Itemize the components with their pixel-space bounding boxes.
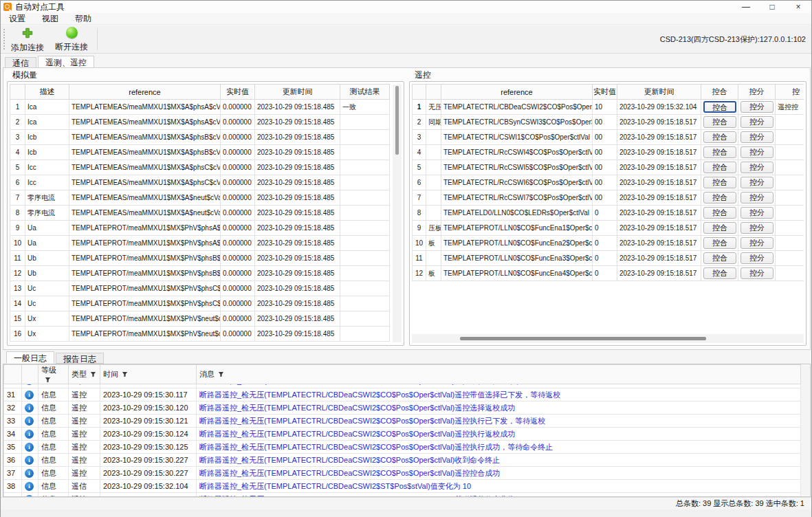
control-col-desc[interactable] xyxy=(426,85,441,100)
control-row[interactable]: 4 TEMPLATECTRL/RcCSWI4$CO$Pos$Oper$ctlVa… xyxy=(413,145,804,160)
analog-row[interactable]: 2 Ica TEMPLATEMEAS/meaMMXU1$MX$A$phsA$cV… xyxy=(10,115,390,130)
analog-row[interactable]: 6 Icc TEMPLATEMEAS/meaMMXU1$MX$A$phsC$cV… xyxy=(10,175,390,190)
control-close-button[interactable]: 控合 xyxy=(703,237,736,249)
control-open-button[interactable]: 控分 xyxy=(740,116,773,128)
control-row[interactable]: 3 TEMPLATECTRL/CSWI1$CO$Pos$Oper$ctlVal … xyxy=(413,130,804,145)
control-open-button[interactable]: 控分 xyxy=(740,237,773,249)
analog-row[interactable]: 10 Ua TEMPLATEPROT/meaMMXU1$MX$PhV$phsA$… xyxy=(10,236,390,251)
add-connection-button[interactable]: 添加连接 xyxy=(6,27,49,52)
control-horizontal-scrollbar[interactable] xyxy=(412,334,804,343)
control-open-button[interactable]: 控分 xyxy=(740,267,773,279)
control-open-button[interactable]: 控分 xyxy=(740,252,773,264)
control-row[interactable]: 6 TEMPLATECTRL/RcCSWI6$CO$Pos$Oper$ctlVa… xyxy=(413,175,804,190)
analog-row[interactable]: 15 Ux TEMPLATEPROT/meaMMXU1$MX$PhV$neut$… xyxy=(10,311,390,327)
log-col-time[interactable]: 时间 xyxy=(100,365,197,384)
analog-col-index[interactable] xyxy=(10,85,25,100)
log-col-level[interactable]: 等级 xyxy=(39,365,69,384)
log-row[interactable]: 35 信息 遥控 2023-10-29 09:15:30.125 断路器遥控_检… xyxy=(4,441,801,454)
control-close-button[interactable]: 控合 xyxy=(703,131,736,143)
analog-col-result[interactable]: 测试结果 xyxy=(340,85,390,100)
control-close-button[interactable]: 控合 xyxy=(703,252,736,264)
analog-row[interactable]: 11 Ub TEMPLATEPROT/meaMMXU1$MX$PhV$phsB$… xyxy=(10,251,390,266)
control-row[interactable]: 11 TEMPLATEPROT/LLN0$CO$FuncEna3$Oper$ct… xyxy=(413,251,804,266)
log-col-message[interactable]: 消息 xyxy=(197,365,801,384)
control-open-button[interactable]: 控分 xyxy=(740,146,773,158)
control-row[interactable]: 12 板 TEMPLATEPROT/LLN0$CO$FuncEna4$Oper$… xyxy=(413,266,804,281)
control-col-close[interactable]: 控合 xyxy=(701,85,738,100)
control-col-reference[interactable]: reference xyxy=(441,85,593,100)
tab-report-log[interactable]: 报告日志 xyxy=(56,353,104,364)
control-col-open[interactable]: 控分 xyxy=(738,85,776,100)
control-scrollbar-thumb[interactable] xyxy=(460,337,706,340)
control-row[interactable]: 2 同期 TEMPLATECTRL/CBSynCSWI3$CO$Pos$Oper… xyxy=(413,115,804,130)
analog-row[interactable]: 12 Ub TEMPLATEPROT/meaMMXU1$MX$PhV$phsB$… xyxy=(10,266,390,281)
maximize-button[interactable]: □ xyxy=(759,1,785,13)
analog-col-desc[interactable]: 描述 xyxy=(25,85,69,100)
control-row[interactable]: 1 无压 TEMPLATECTRL/CBDeaCSWI2$CO$Pos$Oper… xyxy=(413,100,804,115)
control-close-button[interactable]: 控合 xyxy=(703,192,736,204)
log-row[interactable]: 31 信息 遥控 2023-10-29 09:15:30.117 断路器遥控_检… xyxy=(4,388,801,402)
log-col-type[interactable]: 类型 xyxy=(69,365,100,384)
control-row[interactable]: 7 TEMPLATECTRL/RcCSWI7$CO$Pos$Oper$ctlVa… xyxy=(413,190,804,206)
filter-icon[interactable] xyxy=(90,371,96,377)
tab-communication[interactable]: 通信 xyxy=(5,57,36,68)
disconnect-button[interactable]: 断开连接 xyxy=(50,27,93,52)
minimize-button[interactable]: — xyxy=(733,1,759,13)
log-row[interactable]: 36 信息 遥控 2023-10-29 09:15:30.227 断路器遥控_检… xyxy=(4,454,801,467)
menu-item[interactable]: 设置 xyxy=(1,13,34,25)
control-open-button[interactable]: 控分 xyxy=(740,101,773,113)
tab-general-log[interactable]: 一般日志 xyxy=(6,351,54,364)
log-vertical-scrollbar[interactable] xyxy=(801,365,809,496)
filter-icon[interactable] xyxy=(218,371,224,377)
control-close-button[interactable]: 控合 xyxy=(703,101,736,113)
control-close-button[interactable]: 控合 xyxy=(703,162,736,173)
analog-row[interactable]: 9 Ua TEMPLATEPROT/meaMMXU1$MX$PhV$phsA$c… xyxy=(10,221,390,236)
analog-col-time[interactable]: 更新时间 xyxy=(255,85,340,100)
log-col-icon[interactable] xyxy=(22,365,39,384)
control-open-button[interactable]: 控分 xyxy=(740,131,773,143)
control-col-index[interactable] xyxy=(413,85,426,100)
control-row[interactable]: 5 TEMPLATECTRL/RcCSWI5$CO$Pos$Oper$ctlVa… xyxy=(413,160,804,175)
analog-row[interactable]: 3 Icb TEMPLATEMEAS/meaMMXU1$MX$A$phsB$cV… xyxy=(10,130,390,145)
analog-col-value[interactable]: 实时值 xyxy=(221,85,255,100)
analog-row[interactable]: 5 Icc TEMPLATEMEAS/meaMMXU1$MX$A$phsC$cV… xyxy=(10,160,390,175)
control-open-button[interactable]: 控分 xyxy=(740,207,773,219)
control-close-button[interactable]: 控合 xyxy=(703,222,736,234)
analog-row[interactable]: 14 Uc TEMPLATEPROT/meaMMXU1$MX$PhV$phsC$… xyxy=(10,296,390,311)
menu-item[interactable]: 帮助 xyxy=(67,13,100,25)
control-open-button[interactable]: 控分 xyxy=(740,162,773,173)
control-close-button[interactable]: 控合 xyxy=(703,267,736,279)
control-open-button[interactable]: 控分 xyxy=(740,222,773,234)
log-col-index[interactable] xyxy=(4,365,22,384)
control-close-button[interactable]: 控合 xyxy=(703,116,736,128)
control-row[interactable]: 8 TEMPLATELD0/LLN0$CO$LEDRs$Oper$ctlVal … xyxy=(413,206,804,221)
control-row[interactable]: 9 压板 TEMPLATEPROT/LLN0$CO$FuncEna1$Oper$… xyxy=(413,221,804,236)
close-button[interactable]: × xyxy=(785,1,811,13)
log-row[interactable]: 38 信息 遥信 2023-10-29 09:15:32.104 断路器遥控_检… xyxy=(4,480,801,493)
tab-telemetry-control[interactable]: 遥测、遥控 xyxy=(38,56,94,68)
control-close-button[interactable]: 控合 xyxy=(703,177,736,188)
log-row[interactable]: 34 信息 遥控 2023-10-29 09:15:30.124 断路器遥控_检… xyxy=(4,428,801,441)
analog-row[interactable]: 1 Ica TEMPLATEMEAS/meaMMXU1$MX$A$phsA$cV… xyxy=(10,100,390,115)
analog-vertical-scrollbar[interactable] xyxy=(393,85,402,342)
analog-row[interactable]: 16 Ux TEMPLATEPROT/meaMMXU1$MX$PhV$neut$… xyxy=(10,327,390,342)
log-row[interactable]: 33 信息 遥控 2023-10-29 09:15:30.121 断路器遥控_检… xyxy=(4,415,801,428)
control-open-button[interactable]: 控分 xyxy=(740,192,773,204)
menu-item[interactable]: 视图 xyxy=(34,13,67,25)
control-col-result[interactable]: 控 xyxy=(776,85,804,100)
filter-icon[interactable] xyxy=(122,371,128,377)
control-col-value[interactable]: 实时值 xyxy=(593,85,617,100)
analog-col-reference[interactable]: reference xyxy=(69,85,221,100)
analog-row[interactable]: 4 Icb TEMPLATEMEAS/meaMMXU1$MX$A$phsB$cV… xyxy=(10,145,390,160)
analog-row[interactable]: 7 零序电流 TEMPLATEMEAS/meaMMXU1$MX$A$neut$c… xyxy=(10,190,390,206)
analog-row[interactable]: 8 零序电流 TEMPLATEMEAS/meaMMXU1$MX$A$neut$c… xyxy=(10,206,390,221)
control-close-button[interactable]: 控合 xyxy=(703,146,736,158)
log-row[interactable]: 37 信息 遥控 2023-10-29 09:15:30.227 断路器遥控_检… xyxy=(4,467,801,480)
control-close-button[interactable]: 控合 xyxy=(703,207,736,219)
log-row[interactable]: 32 信息 遥控 2023-10-29 09:15:30.120 断路器遥控_检… xyxy=(4,402,801,415)
control-col-time[interactable]: 更新时间 xyxy=(617,85,701,100)
control-open-button[interactable]: 控分 xyxy=(740,177,773,188)
analog-row[interactable]: 13 Uc TEMPLATEPROT/meaMMXU1$MX$PhV$phsC$… xyxy=(10,281,390,296)
control-row[interactable]: 10 板 TEMPLATEPROT/LLN0$CO$FuncEna2$Oper$… xyxy=(413,236,804,251)
analog-scrollbar-thumb[interactable] xyxy=(395,86,399,155)
